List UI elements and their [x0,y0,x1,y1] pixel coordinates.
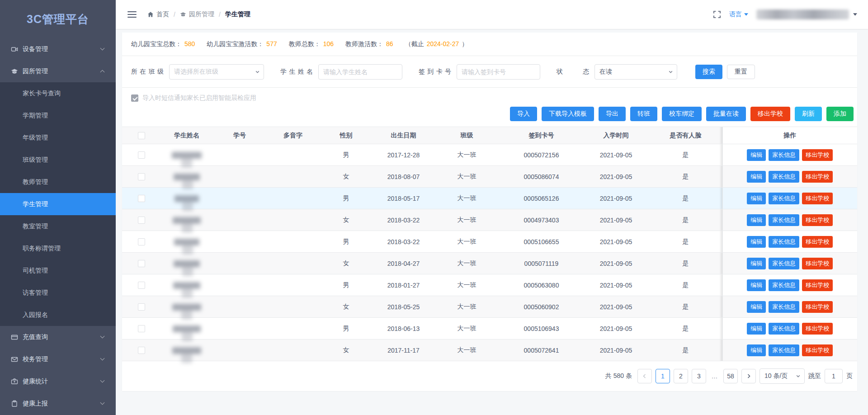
column-header-actions: 操作 [722,127,857,144]
fullscreen-icon[interactable] [713,10,721,19]
student-id-cell [212,318,267,340]
page-ellipsis[interactable]: … [710,373,720,380]
remove-from-school-button[interactable]: 移出学校 [802,279,833,291]
language-selector[interactable]: 语言 [729,10,748,19]
row-checkbox[interactable] [138,303,145,311]
toolbar-button[interactable]: 导入 [510,107,537,121]
student-name-input[interactable] [318,64,402,80]
toolbar-button[interactable]: 校车绑定 [662,107,702,121]
select-all-checkbox[interactable] [138,132,145,139]
next-page-button[interactable] [741,369,756,383]
toolbar-button[interactable]: 转班 [630,107,657,121]
actions-cell: 编辑家长信息移出学校 [722,274,857,296]
toolbar-button[interactable]: 批量在读 [706,107,746,121]
row-checkbox[interactable] [138,325,145,332]
toolbar-button[interactable]: 添加 [826,107,854,121]
class-select[interactable]: 请选择所在班级 [169,64,264,80]
sidebar-subitem-item[interactable]: 入园报名 [0,304,116,326]
page-size-select[interactable]: 10 条/页 [760,368,805,384]
row-checkbox[interactable] [138,282,145,289]
sidebar-subitem-item[interactable]: 家长卡号查询 [0,82,116,104]
remove-from-school-button[interactable]: 移出学校 [802,193,833,204]
edit-button[interactable]: 编辑 [747,301,766,313]
edit-button[interactable]: 编辑 [747,236,766,248]
chevron-down-icon [796,374,801,379]
row-checkbox[interactable] [138,151,145,159]
sidebar-subitem-item[interactable]: 司机管理 [0,259,116,282]
breadcrumb-campus-management[interactable]: 园所管理 [180,10,214,19]
edit-button[interactable]: 编辑 [747,193,766,204]
sidebar-item-school-affairs[interactable]: 校务管理 [0,348,116,370]
parent-info-button[interactable]: 家长信息 [769,323,799,335]
sidebar-subitem-item[interactable]: 职务称谓管理 [0,237,116,259]
medkit-icon [11,378,18,385]
sidebar-subitem-item[interactable]: 访客管理 [0,282,116,304]
breadcrumb-label: 首页 [156,10,169,19]
remove-from-school-button[interactable]: 移出学校 [802,171,833,183]
edit-button[interactable]: 编辑 [747,149,766,161]
sidebar-item-health-statistics[interactable]: 健康统计 [0,370,116,392]
user-menu[interactable] [756,9,857,19]
parent-info-button[interactable]: 家长信息 [769,301,799,313]
parent-info-button[interactable]: 家长信息 [769,193,799,204]
remove-from-school-button[interactable]: 移出学校 [802,258,833,269]
row-checkbox[interactable] [138,195,145,202]
remove-from-school-button[interactable]: 移出学校 [802,236,833,248]
student-name-cell [161,318,212,340]
remove-from-school-button[interactable]: 移出学校 [802,214,833,226]
row-checkbox[interactable] [138,260,145,267]
row-checkbox[interactable] [138,238,145,245]
search-button[interactable]: 搜索 [695,65,722,79]
gender-cell: 女 [319,340,373,361]
reset-button[interactable]: 重置 [727,65,755,79]
sidebar-subitem-active[interactable]: 学生管理 [0,193,116,215]
prev-page-button[interactable] [637,369,652,383]
sidebar-subitem-item[interactable]: 年级管理 [0,127,116,149]
status-select[interactable]: 在读 [594,64,677,80]
page-button-2[interactable]: 2 [674,369,688,383]
sidebar-item-health-report[interactable]: 健康上报 [0,392,116,415]
parent-info-button[interactable]: 家长信息 [769,258,799,269]
hamburger-menu-icon[interactable] [127,11,137,18]
remove-from-school-button[interactable]: 移出学校 [802,344,833,356]
student-name-redacted [172,304,201,311]
class-cell: 大一班 [434,166,500,188]
toolbar-button[interactable]: 导出 [599,107,626,121]
edit-button[interactable]: 编辑 [747,279,766,291]
parent-info-button[interactable]: 家长信息 [769,236,799,248]
breadcrumb-home[interactable]: 首页 [147,10,169,19]
row-checkbox[interactable] [138,347,145,354]
sidebar-item-recharge-query[interactable]: 充值查询 [0,326,116,348]
parent-info-button[interactable]: 家长信息 [769,279,799,291]
row-checkbox[interactable] [138,217,145,224]
toolbar-button[interactable]: 下载导入模板 [542,107,594,121]
page-button-1[interactable]: 1 [656,369,670,383]
page-button-last[interactable]: 58 [723,369,738,383]
edit-button[interactable]: 编辑 [747,258,766,269]
jump-page-input[interactable] [825,369,843,383]
remove-from-school-button[interactable]: 移出学校 [802,149,833,161]
parent-info-button[interactable]: 家长信息 [769,214,799,226]
has-face-cell: 是 [649,253,722,274]
parent-info-button[interactable]: 家长信息 [769,171,799,183]
page-button-3[interactable]: 3 [692,369,706,383]
edit-button[interactable]: 编辑 [747,214,766,226]
remove-from-school-button[interactable]: 移出学校 [802,323,833,335]
sms-notice-checkbox[interactable] [131,94,138,102]
row-checkbox[interactable] [138,173,145,180]
parent-info-button[interactable]: 家长信息 [769,344,799,356]
sidebar-item-device-management[interactable]: 设备管理 [0,38,116,60]
toolbar-button[interactable]: 移出学校 [750,107,790,121]
sidebar-subitem-item[interactable]: 教室管理 [0,215,116,237]
edit-button[interactable]: 编辑 [747,344,766,356]
sidebar-subitem-item[interactable]: 班级管理 [0,149,116,171]
edit-button[interactable]: 编辑 [747,323,766,335]
edit-button[interactable]: 编辑 [747,171,766,183]
sidebar-subitem-item[interactable]: 教师管理 [0,171,116,193]
sidebar-item-campus-management[interactable]: 园所管理 [0,60,116,82]
toolbar-button[interactable]: 刷新 [795,107,822,121]
remove-from-school-button[interactable]: 移出学校 [802,301,833,313]
parent-info-button[interactable]: 家长信息 [769,149,799,161]
card-number-input[interactable] [457,64,540,80]
sidebar-subitem-item[interactable]: 学期管理 [0,104,116,127]
